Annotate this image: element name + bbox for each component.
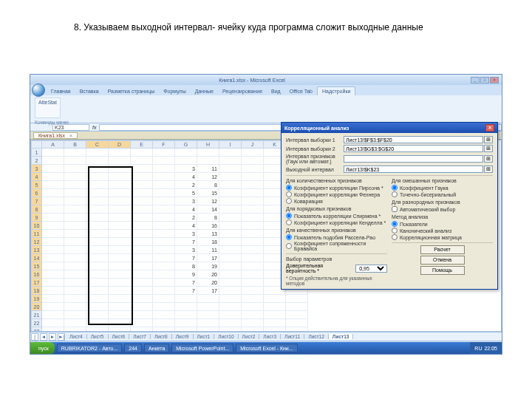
sheet-nav-button[interactable]: ►| — [58, 333, 65, 341]
radio-icon[interactable] — [286, 198, 292, 204]
sheet-tab[interactable]: Лист9 — [172, 334, 194, 339]
taskbar-item[interactable]: Анкета — [144, 344, 169, 352]
radio-icon[interactable] — [286, 185, 292, 191]
radio-icon[interactable] — [392, 221, 398, 227]
ribbon-tab[interactable]: Office Tab — [285, 87, 317, 95]
radio-icon[interactable] — [392, 228, 398, 233]
option-item[interactable]: Показатель корреляции Спирмена * — [286, 213, 387, 219]
close-button[interactable]: × — [490, 77, 499, 83]
maximize-button[interactable]: □ — [480, 77, 489, 83]
group-method: Метод анализа — [392, 214, 493, 219]
label-confidence: Доверительная вероятность * — [286, 263, 352, 273]
office-button[interactable] — [32, 83, 45, 97]
option-label: Автоматический выбор — [400, 207, 455, 212]
language-indicator[interactable]: RU — [474, 346, 482, 351]
sheet-tab[interactable]: Лист2 — [239, 334, 260, 339]
ribbon-tab[interactable]: Надстройки — [317, 86, 355, 95]
ribbon-tab[interactable]: Формулы — [159, 87, 190, 95]
option-item[interactable]: Коэффициент Гаука — [392, 185, 493, 191]
taskbar-item[interactable]: Microsoft PowerPoint... — [171, 344, 233, 352]
option-item[interactable]: Корреляционная матрица — [392, 234, 493, 240]
group-ordinal: Для порядковых признаков — [286, 206, 387, 211]
sheet-tab[interactable]: Лист1 — [194, 334, 215, 339]
refedit-button[interactable]: ⊞ — [484, 155, 493, 163]
option-item[interactable]: Показатели — [392, 221, 493, 227]
document-tab-close[interactable]: × — [69, 133, 72, 138]
label-sample2: Интервал выборки 2 — [286, 146, 344, 151]
dialog-title: Корреляционный анализ — [284, 126, 349, 131]
sheet-nav-button[interactable]: ◄ — [40, 333, 47, 341]
radio-icon[interactable] — [286, 234, 292, 240]
sheet-tab[interactable]: Лист12 — [304, 334, 328, 339]
confidence-select[interactable]: 0,95 — [355, 265, 387, 273]
system-tray[interactable]: RU 22:05 — [470, 342, 502, 354]
fx-icon[interactable]: fx — [92, 125, 96, 130]
dialog-titlebar[interactable]: Корреляционный анализ × — [282, 123, 497, 133]
option-item[interactable]: Коэффициент корреляции Фехнера — [286, 191, 387, 197]
sheet-nav-button[interactable]: |◄ — [31, 333, 38, 341]
document-tab[interactable]: Книга1.xlsx × — [33, 132, 78, 139]
radio-icon[interactable] — [286, 191, 292, 197]
taskbar-item[interactable]: RUBRIKATOR2 - Авто... — [57, 344, 122, 352]
ribbon-group[interactable]: AtteStat — [35, 98, 61, 118]
ribbon-tab[interactable]: Рецензирование — [218, 87, 267, 95]
sheet-tab[interactable]: Лист5 — [87, 334, 109, 339]
option-label: Показатель корреляции Спирмена * — [294, 214, 381, 219]
option-item[interactable]: Показатель подобия Рассела-Рао — [286, 234, 387, 240]
radio-icon[interactable] — [392, 185, 398, 191]
windows-taskbar: пуск RUBRIKATOR2 - Авто...244АнкетаMicro… — [30, 342, 502, 354]
sheet-tab[interactable]: Лист6 — [109, 334, 130, 339]
sheet-tab[interactable]: Лист8 — [151, 334, 172, 339]
taskbar-item[interactable]: Microsoft Excel - Кни... — [236, 344, 297, 352]
option-label: Коэффициент Гаука — [400, 185, 449, 191]
sheet-tab[interactable]: Лист3 — [259, 334, 281, 339]
sheet-tab[interactable]: Лист13 — [329, 334, 354, 339]
input-sample2[interactable] — [344, 145, 483, 152]
help-button[interactable]: Помощь — [420, 266, 465, 275]
sheet-tab[interactable]: Лист10 — [214, 334, 238, 339]
refedit-button[interactable]: ⊞ — [484, 136, 493, 143]
name-box[interactable]: K23 — [52, 124, 89, 131]
sheet-tab[interactable]: Лист4 — [66, 334, 87, 339]
ribbon-tab[interactable]: Данные — [191, 87, 218, 95]
refedit-button[interactable]: ⊞ — [484, 166, 493, 173]
calc-button[interactable]: Расчет — [420, 245, 465, 254]
option-item[interactable]: Коэффициент корреляции Пирсона * — [286, 185, 387, 191]
input-output[interactable] — [344, 166, 483, 173]
input-sample1[interactable] — [344, 136, 483, 143]
label-output: Выходной интервал — [286, 167, 344, 172]
radio-icon[interactable] — [392, 234, 398, 240]
option-item[interactable]: Канонический анализ — [392, 228, 493, 233]
option-label: Коэффициент сопряженности Бравайса — [294, 241, 387, 251]
refedit-button[interactable]: ⊞ — [484, 145, 493, 152]
slide-caption: 8. Указываем выходной интервал- ячейку к… — [0, 0, 532, 55]
radio-icon[interactable] — [392, 191, 398, 197]
sheet-tab[interactable]: Лист7 — [129, 334, 151, 339]
option-item[interactable]: Ковариация — [286, 198, 387, 204]
ribbon-tab[interactable]: Вид — [267, 87, 285, 95]
taskbar-item[interactable]: 244 — [124, 344, 142, 352]
start-button[interactable]: пуск — [30, 342, 55, 354]
checkbox-icon[interactable] — [392, 206, 398, 212]
group-hetero: Для разнородных признаков — [392, 200, 493, 205]
start-label: пуск — [38, 346, 49, 351]
ribbon-tab[interactable]: Разметка страницы — [103, 87, 160, 95]
dialog-close-button[interactable]: × — [485, 124, 494, 132]
cancel-button[interactable]: Отмена — [420, 256, 465, 265]
radio-icon[interactable] — [286, 219, 292, 225]
radio-icon[interactable] — [286, 213, 292, 219]
option-label: Коэффициент корреляции Фехнера — [294, 192, 380, 197]
sheet-tab[interactable]: Лист11 — [281, 334, 304, 339]
option-item[interactable]: Коэффициент корреляции Кенделла * — [286, 219, 387, 225]
input-features[interactable] — [344, 155, 483, 163]
option-item[interactable]: Коэффициент сопряженности Бравайса — [286, 241, 387, 251]
label-features: Интервал признаков (Гаук или автомат.) — [286, 154, 344, 164]
sheet-nav-button[interactable]: ► — [49, 333, 56, 341]
minimize-button[interactable]: _ — [471, 77, 480, 83]
option-item[interactable]: Автоматический выбор — [392, 206, 493, 212]
option-item[interactable]: Точечно-бисериальный — [392, 191, 493, 197]
radio-icon[interactable] — [286, 243, 292, 249]
ribbon-tab[interactable]: Главная — [47, 87, 75, 95]
ribbon-tab[interactable]: Вставка — [75, 87, 103, 95]
group-qualitative: Для качественных признаков — [286, 228, 387, 233]
